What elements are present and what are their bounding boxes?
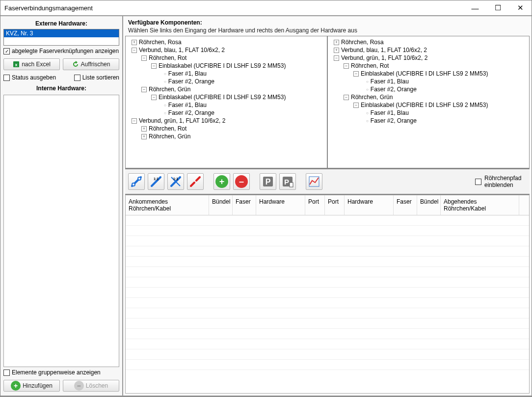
add-button[interactable]: + <box>213 173 230 190</box>
expand-toggle[interactable]: − <box>334 55 339 61</box>
park-button[interactable]: P <box>260 173 276 190</box>
grid-header: Ankommendes Röhrchen/KabelBündelFaserHar… <box>126 195 529 215</box>
components-subheader: Wählen Sie links den Eingang der Hardwar… <box>125 27 530 36</box>
sortieren-checkbox[interactable]: Liste sortieren <box>74 74 119 81</box>
tree-node-label: Verbund, grün, 1, FLAT 10/6x2, 2 <box>139 117 225 124</box>
expand-toggle[interactable]: + <box>141 134 147 139</box>
hinzufuegen-button[interactable]: + Hinzufügen <box>3 380 60 392</box>
abgelegte-checkbox[interactable]: ✓ abgelegte Faserverknüpfungen anzeigen <box>3 48 119 54</box>
close-button[interactable]: ✕ <box>509 0 532 15</box>
connections-grid[interactable]: Ankommendes Röhrchen/KabelBündelFaserHar… <box>125 195 530 394</box>
expand-toggle[interactable]: − <box>132 48 137 53</box>
maximize-button[interactable]: ☐ <box>486 0 509 15</box>
grid-row <box>126 349 529 360</box>
minimize-button[interactable]: — <box>464 0 486 15</box>
grid-column-header[interactable]: Faser <box>394 195 417 215</box>
splice-button[interactable] <box>128 173 145 190</box>
splice-1-1-button[interactable]: 1:1 <box>148 173 164 190</box>
park-edit-button[interactable]: P <box>279 173 296 190</box>
grid-column-header[interactable]: Hardware <box>256 195 305 215</box>
connection-toolbar: 1:1 1:1 + – P P Röhrchenpfad einblenden <box>125 168 530 195</box>
tree-node[interactable]: +Röhrchen, Grün <box>141 132 326 140</box>
expand-toggle[interactable]: − <box>132 118 137 124</box>
tree-node[interactable]: Faser #2, Orange <box>163 78 326 85</box>
svg-point-4 <box>138 177 141 180</box>
tree-node[interactable]: Faser #1, Blau <box>365 78 528 85</box>
grid-row <box>126 339 529 349</box>
tree-node[interactable]: −Röhrchen, Grün <box>344 93 528 101</box>
tree-node[interactable]: −Einblaskabel (UCFIBRE I DI LSHF LS9 2 M… <box>151 93 326 101</box>
grid-row <box>126 318 529 329</box>
tree-node[interactable]: −Verbund, grün, 1, FLAT 10/6x2, 2 <box>334 54 528 62</box>
tree-node[interactable]: −Einblaskabel (UCFIBRE I DI LSHF LS9 2 M… <box>353 101 528 109</box>
grid-column-header[interactable]: Bündel <box>209 195 233 215</box>
grid-column-header[interactable]: Ankommendes Röhrchen/Kabel <box>126 195 209 215</box>
left-panel: Externe Hardware: KVZ, Nr. 3 ✓ abgelegte… <box>0 16 123 396</box>
expand-toggle[interactable]: − <box>151 95 157 100</box>
grid-row <box>126 360 529 370</box>
gruppenweise-checkbox[interactable]: Elemente gruppenweise anzeigen <box>3 369 119 376</box>
grid-column-header[interactable]: Port <box>325 195 345 215</box>
svg-text:1:1: 1:1 <box>173 177 178 181</box>
grid-column-header[interactable]: Hardware <box>345 195 394 215</box>
expand-toggle[interactable]: − <box>151 63 157 69</box>
tree-node-label: Röhrchen, Rosa <box>139 39 182 46</box>
tree-node[interactable]: +Röhrchen, Rot <box>141 125 326 132</box>
tree-node[interactable]: −Röhrchen, Rot <box>141 54 326 62</box>
loeschen-button[interactable]: – Löschen <box>63 380 119 392</box>
check-icon <box>475 179 481 185</box>
outgoing-tree[interactable]: +Röhrchen, Rosa+Verbund, blau, 1, FLAT 1… <box>327 36 529 168</box>
tree-node-label: Einblaskabel (UCFIBRE I DI LSHF LS9 2 MM… <box>159 62 286 69</box>
tree-node-label: Verbund, grün, 1, FLAT 10/6x2, 2 <box>341 54 427 61</box>
incoming-tree[interactable]: +Röhrchen, Rosa−Verbund, blau, 1, FLAT 1… <box>126 36 327 168</box>
tree-node[interactable]: +Röhrchen, Rosa <box>132 38 326 46</box>
interne-hardware-tree[interactable] <box>3 95 119 367</box>
grid-column-header[interactable]: Port <box>305 195 325 215</box>
tree-node[interactable]: −Röhrchen, Grün <box>141 85 326 93</box>
tree-node-label: Faser #1, Blau <box>168 102 207 108</box>
status-checkbox[interactable]: Status ausgeben <box>3 74 56 81</box>
tree-node[interactable]: −Einblaskabel (UCFIBRE I DI LSHF LS9 2 M… <box>151 62 326 70</box>
diagram-button[interactable] <box>306 173 322 190</box>
tree-node[interactable]: Faser #1, Blau <box>163 70 326 78</box>
window-title: Faserverbindungsmanagement <box>4 4 464 12</box>
roehrchenpfad-checkbox[interactable]: Röhrchenpfad einblenden <box>475 175 527 188</box>
expand-toggle[interactable]: + <box>334 48 339 53</box>
auffrischen-button[interactable]: Auffrischen <box>63 58 119 70</box>
externe-hardware-list[interactable]: KVZ, Nr. 3 <box>3 29 119 46</box>
tree-node[interactable]: Faser #1, Blau <box>365 109 528 117</box>
tree-node[interactable]: Faser #2, Orange <box>365 85 528 93</box>
expand-toggle[interactable]: + <box>141 126 147 132</box>
check-icon <box>3 370 10 376</box>
expand-toggle[interactable]: − <box>141 55 147 61</box>
tree-node-label: Einblaskabel (UCFIBRE I DI LSHF LS9 2 MM… <box>361 102 488 108</box>
tree-node-label: Faser #1, Blau <box>168 70 207 77</box>
expand-toggle[interactable]: − <box>353 103 359 108</box>
expand-toggle[interactable]: − <box>353 71 359 77</box>
grid-column-header[interactable]: Bündel <box>417 195 441 215</box>
expand-toggle[interactable]: + <box>132 40 137 45</box>
minus-icon: – <box>235 175 248 188</box>
grid-column-header[interactable]: Faser <box>233 195 256 215</box>
disconnect-button[interactable] <box>187 173 204 190</box>
check-icon: ✓ <box>3 48 10 54</box>
tree-node[interactable]: +Röhrchen, Rosa <box>334 38 528 46</box>
tree-node[interactable]: +Verbund, blau, 1, FLAT 10/6x2, 2 <box>334 46 528 54</box>
grid-column-header[interactable]: Abgehendes Röhrchen/Kabel <box>441 195 519 215</box>
tree-node[interactable]: Faser #2, Orange <box>163 109 326 117</box>
tree-node[interactable]: −Verbund, grün, 1, FLAT 10/6x2, 2 <box>132 117 326 125</box>
expand-toggle[interactable]: − <box>344 63 349 69</box>
tree-node[interactable]: −Einblaskabel (UCFIBRE I DI LSHF LS9 2 M… <box>353 70 528 78</box>
expand-toggle[interactable]: − <box>344 95 349 100</box>
expand-toggle[interactable]: − <box>141 87 147 92</box>
tree-node[interactable]: −Röhrchen, Rot <box>344 62 528 70</box>
nach-excel-button[interactable]: x nach Excel <box>3 58 60 70</box>
tree-node-label: Röhrchen, Grün <box>149 133 190 140</box>
tree-node[interactable]: −Verbund, blau, 1, FLAT 10/6x2, 2 <box>132 46 326 54</box>
expand-toggle[interactable]: + <box>334 40 339 45</box>
tree-node[interactable]: Faser #1, Blau <box>163 101 326 109</box>
externe-hardware-item[interactable]: KVZ, Nr. 3 <box>4 29 119 37</box>
splice-cross-button[interactable]: 1:1 <box>167 173 184 190</box>
tree-node[interactable]: Faser #2, Orange <box>365 117 528 125</box>
remove-button[interactable]: – <box>233 173 250 190</box>
